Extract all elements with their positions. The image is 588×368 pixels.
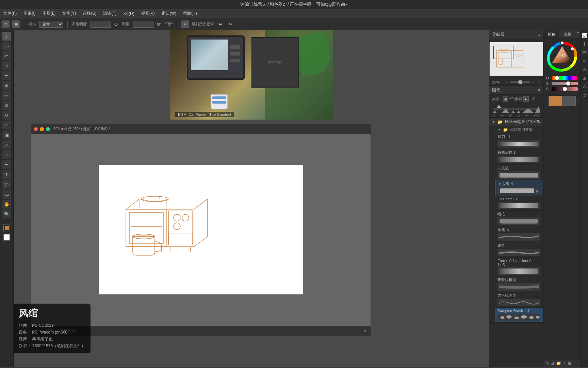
minimize-button[interactable]: − (40, 127, 44, 131)
brush-preview-1 (497, 156, 540, 163)
crop-tool[interactable]: ⌗ (2, 61, 11, 70)
cup-stripe-1 (212, 96, 226, 99)
clone-strip-icon[interactable]: ⊙ (582, 66, 587, 73)
flow-input[interactable]: 100% (133, 21, 153, 28)
info-icon[interactable]: ℹ (583, 41, 586, 47)
psd-canvas-area[interactable] (31, 134, 371, 326)
menu-item-select[interactable]: 选择(S) (81, 10, 98, 17)
overlay-device-label: 设备： (19, 330, 31, 335)
brush-item-0[interactable]: 胡刀 - 1 (495, 133, 543, 149)
shape-tool[interactable]: ▭ (2, 190, 11, 199)
brush-preview-7 (497, 249, 540, 256)
color-panel-menu-icon[interactable]: ≡ (576, 30, 581, 38)
selection-tool[interactable]: ▭ (2, 42, 11, 50)
navigator-thumbnail[interactable] (489, 42, 543, 76)
extra-tool-icon[interactable]: ✂ (227, 20, 234, 28)
menu-item-text[interactable]: 文字(Y) (61, 10, 77, 17)
histogram-icon[interactable]: 📊 (581, 32, 588, 39)
brush-item-11[interactable]: Sampled Brush 1 4 (495, 308, 543, 322)
zoom-tool[interactable]: 🔍 (2, 210, 11, 218)
navigator-menu-icon[interactable]: ≡ (538, 32, 540, 37)
brush-item-7[interactable]: 硬笔 (495, 242, 543, 258)
toolbar-separator-1 (24, 21, 24, 28)
menu-item-filter[interactable]: 滤镜(T) (102, 10, 118, 17)
hand-tool[interactable]: ✋ (2, 200, 11, 209)
history-icon[interactable]: ↩ (217, 20, 224, 28)
clone-tool[interactable]: ⊙ (2, 101, 11, 110)
zoom-out-icon[interactable]: − (506, 80, 508, 84)
brush-item-1[interactable]: 积墨涂抹 1 (495, 149, 543, 165)
foreground-swatch[interactable] (549, 96, 562, 106)
color-wheel-container[interactable] (547, 41, 577, 72)
layer-new-icon[interactable]: + (563, 361, 566, 366)
maximize-button[interactable]: □ (46, 127, 50, 131)
eraser-tool-icon[interactable]: ▣ (12, 20, 20, 28)
history-brush-tool[interactable]: ↺ (2, 111, 11, 120)
blur-tool[interactable]: △ (2, 140, 11, 149)
path-tool[interactable]: ⬡ (2, 180, 11, 189)
swatches-tab[interactable]: 色板 (559, 30, 575, 38)
brush-tool[interactable]: ✏ (2, 91, 11, 100)
dodge-tool[interactable]: ○ (2, 150, 11, 159)
menu-item-3d[interactable]: 3D(D) (122, 11, 136, 16)
layer-group-icon[interactable]: 📁 (556, 361, 561, 366)
background-color-swatch[interactable] (3, 234, 10, 241)
foreground-color-swatch[interactable] (3, 225, 10, 231)
eyedropper-tool[interactable]: ✒ (2, 71, 11, 80)
brush-item-2[interactable]: 方头笔 (495, 165, 543, 180)
pen-tool[interactable]: ✒ (2, 160, 11, 169)
brush-item-8[interactable]: Forme échantillonnée 14.5 (495, 258, 543, 276)
color-tab[interactable]: 颜色 (543, 30, 559, 38)
character-strip-icon[interactable]: A (582, 83, 587, 90)
mode-select[interactable]: 正常 (39, 21, 63, 28)
flow-icon[interactable]: ⟳ (156, 21, 162, 27)
eraser-tool[interactable]: ◻ (2, 121, 11, 129)
layer-delete-icon[interactable]: 🗑 (568, 361, 572, 366)
brush-item-9[interactable]: 帯竖纹机理 (495, 276, 543, 292)
b-slider[interactable] (552, 87, 578, 91)
brush-item-3[interactable]: 方头笔 文 ▶ (495, 180, 543, 196)
layer-comp-icon[interactable]: ⊞ (582, 75, 587, 81)
opacity-input[interactable]: 100% (91, 21, 111, 28)
zoom-fit-icon[interactable]: ⊡ (538, 80, 540, 84)
lasso-tool[interactable]: ⊂ (2, 51, 11, 60)
brush-name-8: Forme échantillonnée 14.5 (497, 259, 540, 267)
settings-icon[interactable]: ⚙ (181, 20, 189, 28)
brush-item-4[interactable]: Oil Pastel 3 (495, 196, 543, 211)
brush-size-reset-icon[interactable]: ↺ (532, 96, 535, 101)
s-slider[interactable] (552, 82, 578, 85)
menu-item-file[interactable]: 文件(F) (2, 10, 18, 17)
gradient-tool[interactable]: ▣ (2, 131, 11, 139)
layer-mask-icon[interactable]: ⊡ (551, 361, 554, 366)
zoom-in-icon[interactable]: + (532, 80, 534, 84)
menu-item-layer[interactable]: 图层(L) (41, 10, 57, 17)
brush-folder-header[interactable]: ▼ 📁 风绘画笔 20210325 (489, 118, 543, 126)
background-swatch[interactable] (562, 96, 575, 106)
opacity-icon[interactable]: ⟳ (114, 21, 119, 27)
color-swatch-area[interactable] (549, 96, 576, 106)
menu-item-window[interactable]: 窗口(W) (160, 10, 178, 17)
brush-strip-icon[interactable]: ✏ (582, 58, 587, 64)
overlay-weibo-label: 微博： (19, 337, 31, 341)
brush-size-decrease[interactable]: ◀ (503, 96, 508, 102)
h-slider[interactable] (552, 76, 578, 80)
menu-item-view[interactable]: 视图(V) (140, 10, 156, 17)
heal-tool[interactable]: ⊕ (2, 81, 11, 90)
zoom-slider[interactable] (510, 81, 530, 83)
brush-item-10[interactable]: 方形机理笔 (495, 292, 543, 308)
brush-size-increase[interactable]: ▶ (523, 96, 529, 102)
smooth-label: 平滑: (164, 21, 173, 27)
brush-panel-menu-icon[interactable]: ≡ (538, 88, 540, 93)
navigator-strip-icon[interactable]: 🗺 (582, 49, 587, 56)
move-tool[interactable]: ↕ (2, 32, 11, 41)
brush-subfolder-header[interactable]: ▼ 📁 风绘常用直笔 (495, 126, 543, 133)
close-button[interactable]: ✕ (34, 127, 38, 131)
brush-tool-icon[interactable]: ✏ (2, 20, 10, 28)
text-tool[interactable]: T (2, 170, 11, 179)
timeline-strip-icon[interactable]: ⏱ (582, 92, 587, 98)
layer-fx-icon[interactable]: fx (545, 361, 549, 366)
menu-item-help[interactable]: 帮助(H) (182, 10, 198, 17)
menu-item-image[interactable]: 图像(I) (22, 10, 37, 17)
brush-item-6[interactable]: 硬笔-女 (495, 226, 543, 242)
brush-item-5[interactable]: 喷枪 (495, 211, 543, 226)
